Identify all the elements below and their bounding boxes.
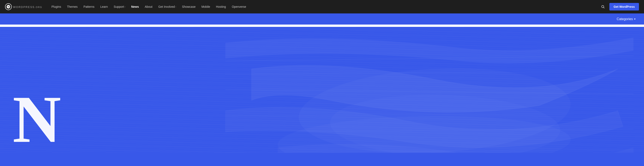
hero-letter: N xyxy=(12,86,61,153)
categories-label: Categories xyxy=(617,17,633,21)
search-button[interactable] xyxy=(600,4,606,10)
nav-hosting[interactable]: Hosting xyxy=(214,4,228,10)
nav-patterns[interactable]: Patterns xyxy=(81,4,97,10)
nav-links: Plugins Themes Patterns Learn Support › … xyxy=(49,4,600,10)
nav-mobile[interactable]: Mobile xyxy=(199,4,212,10)
nav-plugins[interactable]: Plugins xyxy=(49,4,64,10)
nav-learn[interactable]: Learn xyxy=(98,4,110,10)
support-chevron-icon: › xyxy=(125,6,125,8)
nav-support[interactable]: Support › xyxy=(111,4,128,10)
wp-logo-icon xyxy=(5,3,12,10)
brushstroke-overlay xyxy=(225,37,644,153)
separator-line xyxy=(0,25,644,27)
get-wordpress-button[interactable]: Get WordPress xyxy=(610,3,639,10)
navbar: WordPress.ORG Plugins Themes Patterns Le… xyxy=(0,0,644,14)
svg-line-1 xyxy=(604,7,604,8)
site-logo-text: WordPress.ORG xyxy=(13,5,42,8)
nav-news[interactable]: News xyxy=(129,4,142,10)
nav-openverse[interactable]: Openverse xyxy=(229,4,249,10)
nav-themes[interactable]: Themes xyxy=(64,4,80,10)
nav-about[interactable]: About xyxy=(142,4,155,10)
hero-section: N xyxy=(0,27,644,153)
categories-bar: Categories ▾ xyxy=(0,14,644,25)
get-involved-chevron-icon: › xyxy=(176,6,176,8)
categories-chevron-icon: ▾ xyxy=(634,18,636,20)
nav-showcase[interactable]: Showcase xyxy=(180,4,198,10)
search-icon xyxy=(601,5,605,8)
nav-right: Get WordPress xyxy=(600,3,639,10)
categories-button[interactable]: Categories ▾ xyxy=(617,17,636,21)
nav-get-involved[interactable]: Get Involved › xyxy=(156,4,178,10)
site-logo[interactable]: WordPress.ORG xyxy=(5,3,42,10)
